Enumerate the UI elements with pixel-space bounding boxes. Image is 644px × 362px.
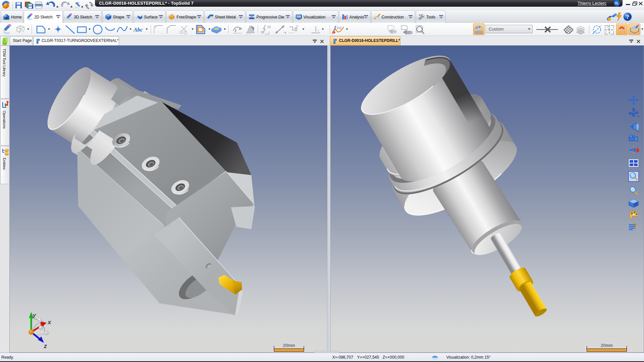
svg-text:?: ? [634, 222, 637, 229]
svg-text:(x): (x) [337, 25, 341, 30]
svg-text:f: f [334, 25, 337, 30]
svg-text:z: z [44, 343, 47, 349]
svg-text:y: y [33, 312, 36, 318]
svg-text:Abc: Abc [133, 27, 143, 33]
svg-text:x: x [48, 319, 51, 325]
svg-text:?: ? [626, 14, 629, 20]
